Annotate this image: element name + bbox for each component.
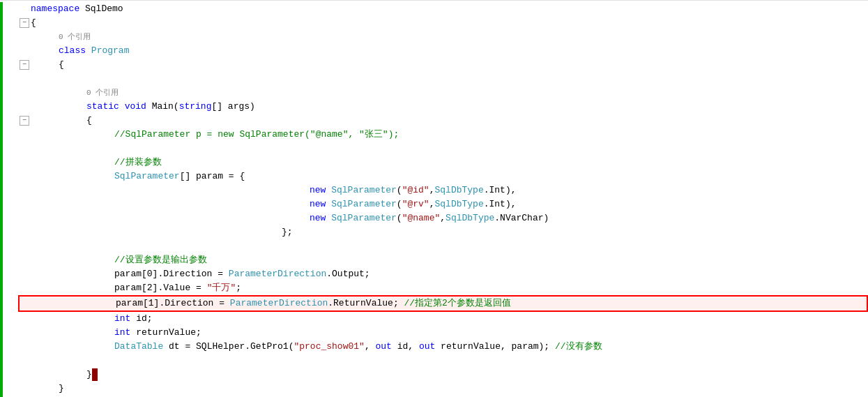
empty-line bbox=[20, 72, 868, 86]
keyword-out: out bbox=[419, 340, 435, 354]
code-line: int id; bbox=[20, 312, 868, 326]
keyword-new: new bbox=[310, 183, 326, 197]
code-line: //拼装参数 bbox=[20, 156, 868, 170]
keyword-namespace: namespace bbox=[31, 2, 79, 16]
code-line: SqlParameter [] param = { bbox=[20, 170, 868, 183]
collapse-icon[interactable]: − bbox=[20, 18, 29, 28]
keyword-string: string bbox=[179, 100, 212, 114]
string-literal: "@id" bbox=[402, 183, 429, 197]
type-sqldbtype: SqlDbType bbox=[434, 183, 483, 197]
comment: //SqlParameter p = new SqlParameter("@na… bbox=[114, 128, 399, 142]
left-indicator bbox=[0, 2, 13, 397]
type-parameterdirection: ParameterDirection bbox=[229, 267, 326, 281]
collapse-icon[interactable]: − bbox=[20, 60, 29, 70]
type-sqlparameter: SqlParameter bbox=[331, 197, 397, 211]
keyword-int: int bbox=[114, 326, 130, 340]
comment-chinese: //拼装参数 bbox=[114, 156, 162, 170]
code-line: new SqlParameter ( "@rv" , SqlDbType .In… bbox=[20, 197, 868, 211]
code-area: namespace SqlDemo − { 0 个引用 class Progr bbox=[0, 2, 868, 397]
comment-chinese: //指定第2个参数是返回值 bbox=[404, 297, 510, 310]
highlighted-code-line: param[1].Direction = ParameterDirection … bbox=[18, 295, 868, 312]
code-line: class Program bbox=[20, 44, 868, 58]
keyword-int: int bbox=[114, 312, 130, 326]
type-sqlparameter: SqlParameter bbox=[114, 170, 180, 183]
keyword-new: new bbox=[310, 211, 326, 225]
type-datatable: DataTable bbox=[114, 340, 163, 354]
code-line: } bbox=[20, 368, 868, 382]
keyword-class: class bbox=[59, 44, 86, 58]
code-line: param[0].Direction = ParameterDirection … bbox=[20, 267, 868, 281]
code-line: − { bbox=[20, 58, 868, 72]
code-content: namespace SqlDemo − { 0 个引用 class Progr bbox=[13, 2, 868, 397]
ref-count-line: 0 个引用 bbox=[20, 30, 868, 44]
empty-line bbox=[20, 142, 868, 156]
code-line: new SqlParameter ( "@id" , SqlDbType .In… bbox=[20, 183, 868, 197]
keyword-void: void bbox=[125, 100, 146, 114]
comment-chinese: //设置参数是输出参数 bbox=[114, 253, 207, 267]
string-literal: "@name" bbox=[402, 211, 441, 225]
ref-count-line: 0 个引用 bbox=[20, 86, 868, 100]
keyword-static: static bbox=[86, 100, 119, 114]
code-line: − { bbox=[20, 114, 868, 128]
ref-count: 0 个引用 bbox=[86, 86, 119, 100]
code-line: } bbox=[20, 382, 868, 396]
string-literal: "proc_show01" bbox=[294, 340, 364, 354]
type-sqlparameter: SqlParameter bbox=[331, 183, 397, 197]
code-line: namespace SqlDemo bbox=[20, 2, 868, 16]
type-sqldbtype: SqlDbType bbox=[446, 211, 494, 225]
code-line: − { bbox=[20, 16, 868, 30]
keyword-new: new bbox=[310, 197, 326, 211]
code-container: namespace SqlDemo − { 0 个引用 class Progr bbox=[0, 0, 868, 397]
comment-chinese: //没有参数 bbox=[555, 340, 602, 354]
string-literal: "千万" bbox=[207, 281, 236, 295]
code-line: DataTable dt = SQLHelper.GetPro1( "proc_… bbox=[20, 340, 868, 354]
type-sqldbtype: SqlDbType bbox=[434, 197, 483, 211]
type-parameterdirection: ParameterDirection bbox=[230, 297, 328, 310]
code-line: //SqlParameter p = new SqlParameter("@na… bbox=[20, 128, 868, 142]
string-literal: "@rv" bbox=[402, 197, 429, 211]
type-sqlparameter: SqlParameter bbox=[331, 211, 397, 225]
class-name: Program bbox=[91, 44, 130, 58]
code-line: }; bbox=[20, 225, 868, 239]
empty-line bbox=[20, 354, 868, 368]
code-line: int returnValue; bbox=[20, 326, 868, 340]
empty-line bbox=[20, 239, 868, 253]
collapse-icon[interactable]: − bbox=[20, 116, 29, 126]
code-line: static void Main( string [] args) bbox=[20, 100, 868, 114]
code-line: param[2].Value = "千万" ; bbox=[20, 281, 868, 295]
ref-count: 0 个引用 bbox=[59, 30, 91, 44]
green-bar bbox=[0, 2, 3, 397]
code-line: new SqlParameter ( "@name" , SqlDbType .… bbox=[20, 211, 868, 225]
keyword-out: out bbox=[375, 340, 391, 354]
code-line: //设置参数是输出参数 bbox=[20, 253, 868, 267]
